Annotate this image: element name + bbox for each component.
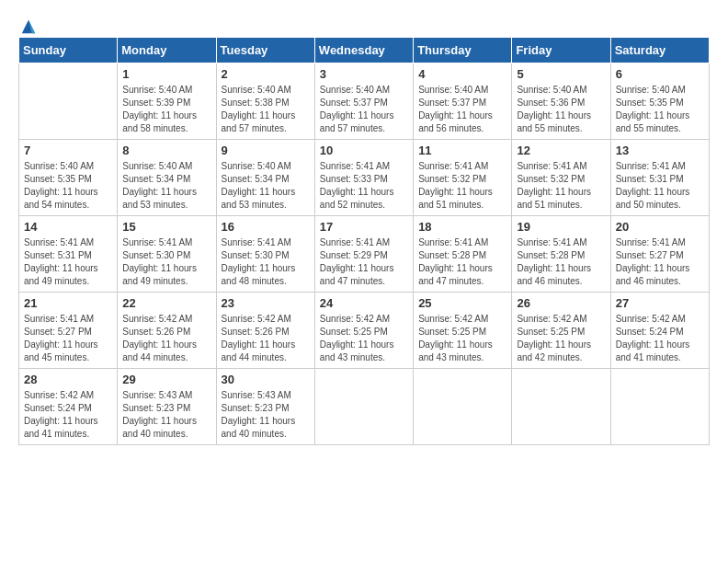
day-info: Sunrise: 5:43 AMSunset: 5:23 PMDaylight:…	[122, 389, 210, 441]
page-header	[18, 18, 710, 29]
day-number: 26	[517, 296, 605, 310]
calendar-week-row: 1Sunrise: 5:40 AMSunset: 5:39 PMDaylight…	[19, 63, 710, 140]
day-number: 8	[122, 144, 210, 157]
calendar-cell: 17Sunrise: 5:41 AMSunset: 5:29 PMDayligh…	[314, 216, 413, 293]
calendar-header-wednesday: Wednesday	[314, 38, 413, 63]
day-number: 7	[24, 144, 112, 157]
day-number: 11	[418, 144, 506, 157]
calendar-cell: 2Sunrise: 5:40 AMSunset: 5:38 PMDaylight…	[216, 63, 314, 140]
calendar-cell	[512, 369, 610, 445]
calendar-cell: 11Sunrise: 5:41 AMSunset: 5:32 PMDayligh…	[414, 140, 512, 216]
day-number: 16	[222, 220, 310, 234]
calendar-cell: 24Sunrise: 5:42 AMSunset: 5:25 PMDayligh…	[314, 293, 413, 369]
day-info: Sunrise: 5:42 AMSunset: 5:25 PMDaylight:…	[418, 313, 506, 364]
calendar-header-tuesday: Tuesday	[216, 38, 314, 63]
day-info: Sunrise: 5:42 AMSunset: 5:26 PMDaylight:…	[122, 313, 210, 364]
day-number: 29	[122, 373, 210, 386]
calendar-cell: 16Sunrise: 5:41 AMSunset: 5:30 PMDayligh…	[216, 216, 314, 293]
day-number: 22	[122, 296, 210, 310]
day-info: Sunrise: 5:41 AMSunset: 5:31 PMDaylight:…	[616, 160, 704, 212]
logo	[18, 18, 37, 29]
calendar-cell: 23Sunrise: 5:42 AMSunset: 5:26 PMDayligh…	[216, 293, 314, 369]
day-number: 23	[222, 296, 310, 310]
day-info: Sunrise: 5:41 AMSunset: 5:32 PMDaylight:…	[517, 160, 605, 212]
calendar-cell: 22Sunrise: 5:42 AMSunset: 5:26 PMDayligh…	[118, 293, 216, 369]
day-number: 1	[122, 67, 210, 81]
calendar-cell: 30Sunrise: 5:43 AMSunset: 5:23 PMDayligh…	[216, 369, 314, 445]
day-number: 5	[517, 67, 605, 81]
calendar-cell: 26Sunrise: 5:42 AMSunset: 5:25 PMDayligh…	[512, 293, 610, 369]
day-number: 2	[222, 67, 310, 81]
day-number: 19	[517, 220, 605, 234]
calendar-cell	[610, 369, 709, 445]
calendar-cell: 15Sunrise: 5:41 AMSunset: 5:30 PMDayligh…	[118, 216, 216, 293]
day-info: Sunrise: 5:42 AMSunset: 5:24 PMDaylight:…	[616, 313, 704, 364]
calendar-cell: 27Sunrise: 5:42 AMSunset: 5:24 PMDayligh…	[610, 293, 709, 369]
calendar-header-thursday: Thursday	[414, 38, 512, 63]
calendar-table: SundayMondayTuesdayWednesdayThursdayFrid…	[18, 37, 710, 445]
calendar-cell: 14Sunrise: 5:41 AMSunset: 5:31 PMDayligh…	[19, 216, 118, 293]
day-info: Sunrise: 5:42 AMSunset: 5:24 PMDaylight:…	[24, 389, 112, 441]
calendar-week-row: 28Sunrise: 5:42 AMSunset: 5:24 PMDayligh…	[19, 369, 710, 445]
calendar-cell: 12Sunrise: 5:41 AMSunset: 5:32 PMDayligh…	[512, 140, 610, 216]
day-number: 4	[418, 67, 506, 81]
calendar-cell	[414, 369, 512, 445]
day-info: Sunrise: 5:40 AMSunset: 5:34 PMDaylight:…	[122, 160, 210, 212]
day-info: Sunrise: 5:40 AMSunset: 5:35 PMDaylight:…	[24, 160, 112, 212]
calendar-header-row: SundayMondayTuesdayWednesdayThursdayFrid…	[19, 38, 710, 63]
calendar-cell: 18Sunrise: 5:41 AMSunset: 5:28 PMDayligh…	[414, 216, 512, 293]
calendar-cell: 4Sunrise: 5:40 AMSunset: 5:37 PMDaylight…	[414, 63, 512, 140]
calendar-cell	[314, 369, 413, 445]
day-info: Sunrise: 5:41 AMSunset: 5:33 PMDaylight:…	[320, 160, 408, 212]
calendar-header-friday: Friday	[512, 38, 610, 63]
calendar-cell: 13Sunrise: 5:41 AMSunset: 5:31 PMDayligh…	[610, 140, 709, 216]
calendar-header-sunday: Sunday	[19, 38, 118, 63]
day-info: Sunrise: 5:40 AMSunset: 5:34 PMDaylight:…	[222, 160, 310, 212]
day-info: Sunrise: 5:40 AMSunset: 5:36 PMDaylight:…	[517, 84, 605, 135]
day-info: Sunrise: 5:42 AMSunset: 5:25 PMDaylight:…	[517, 313, 605, 364]
day-number: 25	[418, 296, 506, 310]
day-number: 21	[24, 296, 112, 310]
day-number: 24	[320, 296, 408, 310]
calendar-cell: 25Sunrise: 5:42 AMSunset: 5:25 PMDayligh…	[414, 293, 512, 369]
day-number: 6	[616, 67, 704, 81]
day-info: Sunrise: 5:40 AMSunset: 5:37 PMDaylight:…	[418, 84, 506, 135]
day-number: 15	[122, 220, 210, 234]
calendar-cell	[19, 63, 118, 140]
calendar-week-row: 14Sunrise: 5:41 AMSunset: 5:31 PMDayligh…	[19, 216, 710, 293]
calendar-cell: 1Sunrise: 5:40 AMSunset: 5:39 PMDaylight…	[118, 63, 216, 140]
day-number: 18	[418, 220, 506, 234]
calendar-cell: 19Sunrise: 5:41 AMSunset: 5:28 PMDayligh…	[512, 216, 610, 293]
day-number: 27	[616, 296, 704, 310]
calendar-cell: 20Sunrise: 5:41 AMSunset: 5:27 PMDayligh…	[610, 216, 709, 293]
calendar-cell: 5Sunrise: 5:40 AMSunset: 5:36 PMDaylight…	[512, 63, 610, 140]
day-number: 9	[222, 144, 310, 157]
day-number: 20	[616, 220, 704, 234]
calendar-week-row: 7Sunrise: 5:40 AMSunset: 5:35 PMDaylight…	[19, 140, 710, 216]
day-info: Sunrise: 5:41 AMSunset: 5:30 PMDaylight:…	[222, 236, 310, 288]
calendar-week-row: 21Sunrise: 5:41 AMSunset: 5:27 PMDayligh…	[19, 293, 710, 369]
day-info: Sunrise: 5:42 AMSunset: 5:25 PMDaylight:…	[320, 313, 408, 364]
logo-icon	[20, 18, 37, 35]
day-info: Sunrise: 5:41 AMSunset: 5:31 PMDaylight:…	[24, 236, 112, 288]
day-number: 14	[24, 220, 112, 234]
day-info: Sunrise: 5:40 AMSunset: 5:38 PMDaylight:…	[222, 84, 310, 135]
day-info: Sunrise: 5:40 AMSunset: 5:37 PMDaylight:…	[320, 84, 408, 135]
day-info: Sunrise: 5:43 AMSunset: 5:23 PMDaylight:…	[222, 389, 310, 441]
day-info: Sunrise: 5:41 AMSunset: 5:27 PMDaylight:…	[616, 236, 704, 288]
calendar-cell: 21Sunrise: 5:41 AMSunset: 5:27 PMDayligh…	[19, 293, 118, 369]
calendar-cell: 3Sunrise: 5:40 AMSunset: 5:37 PMDaylight…	[314, 63, 413, 140]
day-number: 10	[320, 144, 408, 157]
calendar-cell: 7Sunrise: 5:40 AMSunset: 5:35 PMDaylight…	[19, 140, 118, 216]
day-info: Sunrise: 5:41 AMSunset: 5:28 PMDaylight:…	[418, 236, 506, 288]
calendar-cell: 29Sunrise: 5:43 AMSunset: 5:23 PMDayligh…	[118, 369, 216, 445]
calendar-cell: 10Sunrise: 5:41 AMSunset: 5:33 PMDayligh…	[314, 140, 413, 216]
day-info: Sunrise: 5:40 AMSunset: 5:39 PMDaylight:…	[122, 84, 210, 135]
day-info: Sunrise: 5:41 AMSunset: 5:29 PMDaylight:…	[320, 236, 408, 288]
day-number: 30	[222, 373, 310, 386]
day-number: 3	[320, 67, 408, 81]
calendar-cell: 28Sunrise: 5:42 AMSunset: 5:24 PMDayligh…	[19, 369, 118, 445]
calendar-header-saturday: Saturday	[610, 38, 709, 63]
calendar-header-monday: Monday	[118, 38, 216, 63]
calendar-cell: 8Sunrise: 5:40 AMSunset: 5:34 PMDaylight…	[118, 140, 216, 216]
